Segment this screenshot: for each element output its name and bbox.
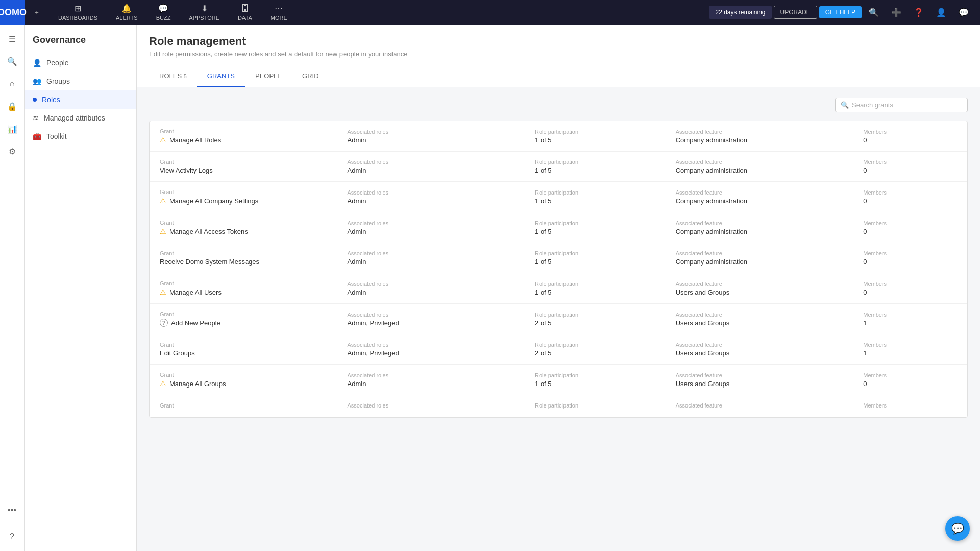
table-row[interactable]: Grant ⚠Manage All Users Associated roles… [150, 273, 967, 304]
help-icon[interactable]: ❓ [909, 5, 929, 20]
table-row[interactable]: Grant ?Add New People Associated roles A… [150, 304, 967, 334]
associated-roles-label: Associated roles [348, 129, 535, 135]
tab-grants[interactable]: GRANTS [197, 66, 245, 87]
sidebar-item-people[interactable]: 👤 People [24, 54, 136, 72]
search-icon-btn[interactable]: 🔍 [2, 51, 22, 71]
filter-icon-btn[interactable]: ⚙ [2, 141, 22, 161]
grant-label-partial: Grant [160, 402, 348, 409]
nav-buzz-label: BUZZ [156, 15, 171, 21]
domo-logo: DOMO [0, 0, 24, 25]
table-row[interactable]: Grant Edit Groups Associated roles Admin… [150, 334, 967, 365]
table-row-partial: Grant Associated roles Role participatio… [150, 395, 967, 417]
table-row[interactable]: Grant ⚠Manage All Company Settings Assoc… [150, 182, 967, 212]
tab-roles[interactable]: ROLES 5 [149, 66, 197, 87]
role-participation-col: Role participation 2 of 5 [535, 312, 676, 327]
associated-roles-value: Admin [348, 166, 535, 174]
nav-buzz[interactable]: 💬 BUZZ [147, 0, 180, 25]
chat-bubble[interactable]: 💬 [945, 516, 970, 541]
associated-feature-label: Associated feature [676, 312, 864, 318]
grant-value: ⚠Manage All Groups [160, 379, 348, 388]
add-icon[interactable]: ➕ [886, 5, 906, 20]
person-icon: 👤 [33, 59, 41, 67]
associated-roles-col: Associated roles Admin [348, 189, 535, 205]
table-row[interactable]: Grant ⚠Manage All Roles Associated roles… [150, 121, 967, 152]
nav-data[interactable]: 🗄 DATA [229, 0, 261, 25]
user-avatar[interactable]: 👤 [931, 5, 951, 20]
left-icon-bar: ☰ 🔍 ⌂ 🔒 📊 ⚙ ••• ? [0, 25, 24, 551]
upgrade-button[interactable]: UPGRADE [774, 6, 817, 19]
top-navigation: DOMO + ⊞ DASHBOARDS 🔔 ALERTS 💬 BUZZ ⬇ AP… [0, 0, 980, 25]
associated-roles-value: Admin [348, 136, 535, 144]
associated-feature-col: Associated feature Company administratio… [676, 159, 864, 174]
members-label: Members [863, 372, 957, 378]
associated-roles-label: Associated roles [348, 281, 535, 287]
role-participation-label: Role participation [535, 159, 676, 165]
plus-button[interactable]: + [24, 0, 49, 25]
search-icon[interactable]: 🔍 [864, 5, 884, 20]
sidebar-item-groups[interactable]: 👥 Groups [24, 72, 136, 90]
role-participation-label: Role participation [535, 220, 676, 226]
associated-feature-label: Associated feature [676, 220, 864, 226]
home-icon-btn[interactable]: ⌂ [2, 74, 22, 94]
table-row[interactable]: Grant ⚠Manage All Access Tokens Associat… [150, 212, 967, 243]
menu-icon-btn[interactable]: ☰ [2, 29, 22, 49]
associated-feature-label: Associated feature [676, 281, 864, 287]
associated-feature-label: Associated feature [676, 129, 864, 135]
associated-roles-label: Associated roles [348, 189, 535, 196]
nav-more-label: MORE [271, 15, 287, 21]
question-icon-btn[interactable]: ? [2, 526, 22, 547]
get-help-button[interactable]: GET HELP [819, 6, 862, 18]
grant-label: Grant [160, 159, 348, 165]
members-value: 1 [863, 319, 957, 327]
grant-col: Grant Edit Groups [160, 342, 348, 357]
members-col: Members 0 [863, 159, 957, 174]
associated-roles-label: Associated roles [348, 220, 535, 226]
search-grants-input[interactable] [852, 101, 962, 109]
table-row[interactable]: Grant View Activity Logs Associated role… [150, 152, 967, 182]
notifications-icon[interactable]: 💬 [953, 5, 974, 20]
sidebar-item-roles[interactable]: Roles [24, 90, 136, 109]
governance-title: Governance [24, 25, 136, 54]
role-participation-label: Role participation [535, 372, 676, 378]
role-participation-value: 1 of 5 [535, 289, 676, 296]
grant-label: Grant [160, 128, 348, 134]
members-value: 0 [863, 289, 957, 296]
nav-dashboards[interactable]: ⊞ DASHBOARDS [49, 0, 107, 25]
role-participation-col: Role participation 1 of 5 [535, 281, 676, 296]
grant-col: Grant ⚠Manage All Access Tokens [160, 220, 348, 235]
chart-icon-btn[interactable]: 📊 [2, 118, 22, 139]
members-value: 0 [863, 380, 957, 388]
sidebar-item-managed-attributes[interactable]: ≋ Managed attributes [24, 109, 136, 127]
table-row[interactable]: Grant Receive Domo System Messages Assoc… [150, 243, 967, 273]
nav-data-label: DATA [238, 15, 252, 21]
main-layout: ☰ 🔍 ⌂ 🔒 📊 ⚙ ••• ? Governance 👤 People 👥 … [0, 25, 980, 551]
members-col: Members 0 [863, 129, 957, 144]
table-row[interactable]: Grant ⚠Manage All Groups Associated role… [150, 365, 967, 395]
tabs-bar: ROLES 5 GRANTS PEOPLE GRID [149, 66, 968, 87]
associated-roles-label: Associated roles [348, 312, 535, 318]
tab-grid[interactable]: GRID [292, 66, 329, 87]
more-dots-btn[interactable]: ••• [2, 500, 22, 520]
tab-people[interactable]: PEOPLE [245, 66, 292, 87]
role-participation-value: 1 of 5 [535, 258, 676, 266]
associated-roles-value: Admin [348, 228, 535, 235]
security-icon-btn[interactable]: 🔒 [2, 96, 22, 116]
associated-feature-label: Associated feature [676, 159, 864, 165]
members-col: Members 1 [863, 312, 957, 327]
role-participation-col: Role participation 1 of 5 [535, 220, 676, 235]
sidebar-item-toolkit[interactable]: 🧰 Toolkit [24, 127, 136, 146]
nav-alerts[interactable]: 🔔 ALERTS [107, 0, 147, 25]
nav-more[interactable]: ⋯ MORE [261, 0, 297, 25]
sidebar-managed-label: Managed attributes [44, 114, 105, 122]
more-icon: ⋯ [275, 4, 283, 13]
search-grants-box[interactable]: 🔍 [835, 98, 968, 112]
grants-content: 🔍 Grant ⚠Manage All Roles Associated rol… [137, 87, 980, 428]
role-participation-col: Role participation 1 of 5 [535, 189, 676, 205]
grant-value: Edit Groups [160, 349, 348, 357]
associated-roles-label: Associated roles [348, 250, 535, 256]
members-label-partial: Members [863, 402, 957, 409]
nav-appstore[interactable]: ⬇ APPSTORE [180, 0, 229, 25]
associated-feature-label-partial: Associated feature [676, 402, 864, 409]
alerts-icon: 🔔 [121, 4, 132, 13]
grant-value: ⚠Manage All Company Settings [160, 197, 348, 205]
